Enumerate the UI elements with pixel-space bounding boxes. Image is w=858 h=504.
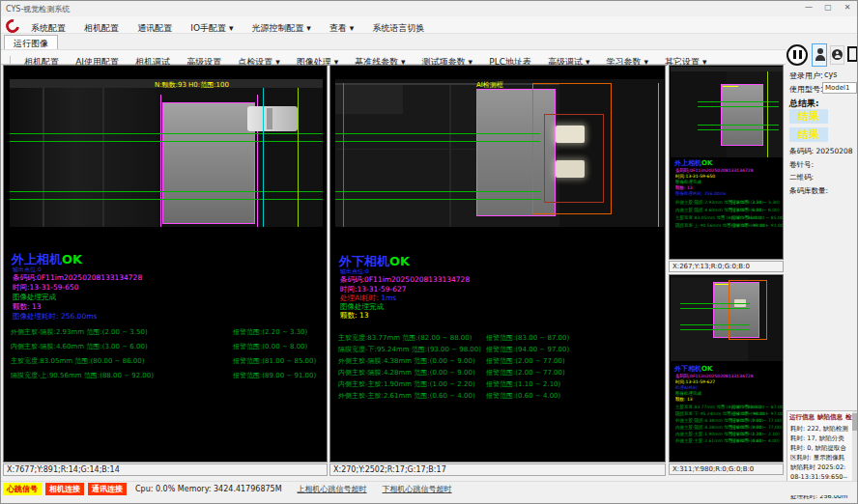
login-user-value: cys bbox=[824, 70, 837, 79]
model-select[interactable]: Model1 bbox=[822, 82, 857, 94]
right-panel: 登录用户: cys 使用型号: Model1 总结果: 结果 结果 条码码: 2… bbox=[786, 40, 858, 481]
left-view-statusbar: X:7677;Y:891;R:14;G:14;B:14 bbox=[3, 463, 328, 476]
operator-icon bbox=[832, 49, 843, 60]
maximize-button[interactable]: ▢ bbox=[822, 3, 834, 12]
measurement-row: 隔膜宽度-下:95.24mm 范围:(93.00 ~ 98.00)报警范围:(9… bbox=[675, 411, 784, 416]
log-scrollbar-thumb[interactable] bbox=[852, 413, 857, 431]
measurement-row: 内侧主胶-隔膜:4.28mm 范围:(0.00 ~ 9.00)报警范围:(2.0… bbox=[675, 425, 783, 430]
comm-connection-badge: 通讯连接 bbox=[88, 483, 127, 495]
measure-line-h bbox=[10, 141, 323, 142]
upper-camera-thumbnail-view[interactable]: 外上相机OK 条码码:0F11im20250208133134728 时间:13… bbox=[669, 65, 784, 260]
measure-line-v bbox=[160, 95, 161, 227]
measurement-row: 主胶宽度:83.77mm 范围:(82.00 ~ 88.00)报警范围:(83.… bbox=[675, 405, 784, 409]
measurement-row: 主胶宽度:83.05mm 范围:(80.00 ~ 86.00)报警范围:(81.… bbox=[675, 215, 784, 220]
lower-camera-thumbnail-view[interactable]: 外下相机OK 条码码:0F11im20250208133134728 时间:13… bbox=[669, 274, 784, 462]
minimize-button[interactable]: — bbox=[803, 3, 815, 12]
measurement-row: 内侧主胶-主胶:1.90mm 范围:(1.00 ~ 2.20)报警范围:(1.1… bbox=[338, 379, 560, 389]
count-label: 颗数: 13 bbox=[13, 302, 41, 312]
barcode-label: 条码码:0F11im20250208133134728 bbox=[675, 374, 754, 378]
measurement-row: 主胶宽度:83.77mm 范围:(82.00 ~ 88.00)报警范围:(83.… bbox=[338, 333, 569, 343]
measurement-row: 内侧主胶-隔膜:4.60mm 范围:(3.00 ~ 6.00)报警范围:(0.0… bbox=[11, 342, 307, 351]
process-done-label: 图像处理完成 bbox=[675, 180, 701, 184]
result-ok-label: OK bbox=[389, 254, 410, 268]
elapsed-label: 图像处理耗时: 256.00ms bbox=[675, 191, 726, 196]
cpu-memory-status: Cpu: 0.0% Memory: 3424.41796875M bbox=[135, 485, 282, 493]
tab-defect-info[interactable]: 缺陷信息 bbox=[817, 413, 843, 422]
result-badge-bottom: 结果 bbox=[789, 127, 828, 142]
product-object bbox=[721, 84, 763, 146]
measurement-row: 内侧主胶-隔膜:4.60mm 范围:(3.00 ~ 6.00)报警范围:(0.0… bbox=[675, 208, 780, 212]
camera-name-label: 外上相机 bbox=[674, 159, 701, 167]
product-object bbox=[162, 102, 255, 224]
exit-button[interactable] bbox=[847, 44, 858, 66]
measure-line-h bbox=[10, 191, 323, 192]
measurement-row: 隔膜宽度-下:95.24mm 范围:(93.00 ~ 98.00)报警范围:(9… bbox=[338, 345, 569, 354]
thumbnail-image[interactable] bbox=[671, 276, 784, 361]
ai-elapsed-label: 处理AI耗时: bbox=[675, 385, 699, 390]
result-ok-label: OK bbox=[701, 365, 712, 373]
title-bar: CYS-视觉检测系统 — ▢ ✕ bbox=[1, 1, 857, 16]
measurement-row: 隔膜宽度-上:90.56mm 范围:(88.00 ~ 92.00)报警范围:(8… bbox=[11, 371, 316, 380]
barcode-label: 条码码:0F11im20250208133134728 bbox=[675, 168, 754, 173]
measure-line-v bbox=[658, 83, 659, 227]
qrcode-label: 二维码: bbox=[789, 173, 814, 182]
toolbar-separator bbox=[10, 56, 11, 66]
login-user-label: 登录用户: bbox=[789, 70, 823, 81]
model-label: 使用型号: bbox=[789, 84, 823, 95]
count-label: 颗数: 13 bbox=[675, 185, 693, 190]
middle-view-statusbar: X:270;Y:2502;R:17;G:17;B:17 bbox=[329, 463, 666, 476]
tab-strip: 运行图像 bbox=[1, 34, 857, 49]
tab-run-info[interactable]: 运行信息 bbox=[789, 413, 815, 422]
user-login-button[interactable] bbox=[812, 43, 827, 67]
time-label: 时间:13-31-59-650 bbox=[675, 174, 715, 179]
left-camera-image[interactable]: N:颗数:93 H0:范围:100 bbox=[10, 79, 323, 227]
top-thumbnail-statusbar: X:267;Y:13;R:0;G:0;B:0 bbox=[669, 261, 784, 272]
heartbeat-status-badge: 心跳信号 bbox=[3, 483, 42, 495]
close-button[interactable]: ✕ bbox=[842, 3, 853, 12]
measure-line-v bbox=[298, 88, 299, 227]
window-controls: — ▢ ✕ bbox=[803, 3, 853, 12]
measurement-row: 外侧主胶-隔膜:2.93mm 范围:(2.00 ~ 3.50)报警范围:(2.2… bbox=[11, 327, 307, 337]
upper-camera-heartbeat-warning: 上相机心跳信号超时 bbox=[298, 484, 367, 494]
lower-outer-camera-view[interactable]: AI检测框 外下相机OK 输出点位:0 条码码:0F11im2025020813… bbox=[329, 65, 666, 462]
camera-name-label: 外下相机 bbox=[339, 254, 389, 268]
app-window: CYS-视觉检测系统 — ▢ ✕ 系统配置 相机配置 通讯配置 IO手配置 ▾ … bbox=[0, 0, 858, 504]
measurement-row: 外侧主胶-隔膜:2.93mm 范围:(2.00 ~ 3.50)报警范围:(2.2… bbox=[675, 200, 780, 205]
barcode-lib-count-label: 条码库数量: bbox=[789, 186, 828, 196]
toolbar: 相机配置 AI使用配置 相机调试 高级设置 点检设置 ▾ 图像处理 ▾ 基准线参… bbox=[1, 49, 857, 65]
result-ok-label: OK bbox=[62, 252, 82, 266]
ai-roi-box bbox=[729, 280, 767, 340]
measure-line-v bbox=[343, 83, 344, 227]
status-bar: 心跳信号 相机连接 通讯连接 Cpu: 0.0% Memory: 3424.41… bbox=[1, 481, 857, 495]
count-label: 颗数: 13 bbox=[340, 311, 368, 321]
measure-line-h bbox=[335, 141, 540, 142]
count-label: 颗数: 13 bbox=[675, 397, 693, 402]
measurement-row: 外侧主胶-主胶:2.61mm 范围:(0.60 ~ 4.00)报警范围:(0.6… bbox=[338, 391, 560, 401]
barcode-label: 条码码:0F11im20250208133134728 bbox=[340, 275, 470, 285]
ai-elapsed-value: 1ms bbox=[381, 294, 396, 302]
upper-outer-camera-view[interactable]: N:颗数:93 H0:范围:100 外上相机OK 输出点位:0 条码码:0F11… bbox=[3, 65, 328, 462]
time-label: 时间:13-31-59-650 bbox=[13, 283, 79, 293]
ai-roi-label: AI检测框 bbox=[476, 80, 503, 90]
connector-part bbox=[247, 106, 298, 131]
measurement-row: 隔膜宽度-上:90.56mm 范围:(88.00 ~ 92.00)报警范围:(8… bbox=[675, 223, 784, 228]
measurement-row: 外侧主胶-主胶:2.61mm 范围:(0.60 ~ 4.00)报警范围:(0.6… bbox=[675, 438, 780, 443]
result-ok-label: OK bbox=[701, 159, 712, 167]
log-scrollbar[interactable] bbox=[852, 411, 857, 489]
measurement-row: 外侧主胶-隔膜:4.38mm 范围:(0.00 ~ 9.00)报警范围:(2.0… bbox=[338, 356, 565, 366]
led-spot bbox=[556, 160, 585, 178]
middle-camera-image[interactable]: AI检测框 bbox=[335, 79, 664, 227]
process-done-label: 图像处理完成 bbox=[675, 391, 701, 396]
elapsed-label: 图像处理耗时: 256.00ms bbox=[13, 312, 97, 322]
measure-line-v bbox=[263, 88, 264, 227]
camera-name-label: 外下相机 bbox=[674, 365, 701, 373]
process-done-label: 图像处理完成 bbox=[13, 293, 56, 302]
pause-button[interactable] bbox=[786, 44, 808, 66]
measurement-row: 外侧主胶-隔膜:4.38mm 范围:(0.00 ~ 9.00)报警范围:(2.0… bbox=[675, 418, 783, 423]
thumbnail-image[interactable] bbox=[671, 67, 784, 157]
roi-label: N:颗数:93 H0:范围:100 bbox=[155, 80, 229, 90]
operator-button[interactable] bbox=[830, 45, 844, 65]
ai-elapsed-label: 处理AI耗时: bbox=[340, 294, 379, 302]
measure-line-h bbox=[10, 199, 323, 200]
measurement-row: 内侧主胶-主胶:1.90mm 范围:(1.00 ~ 2.20)报警范围:(1.1… bbox=[675, 432, 780, 436]
